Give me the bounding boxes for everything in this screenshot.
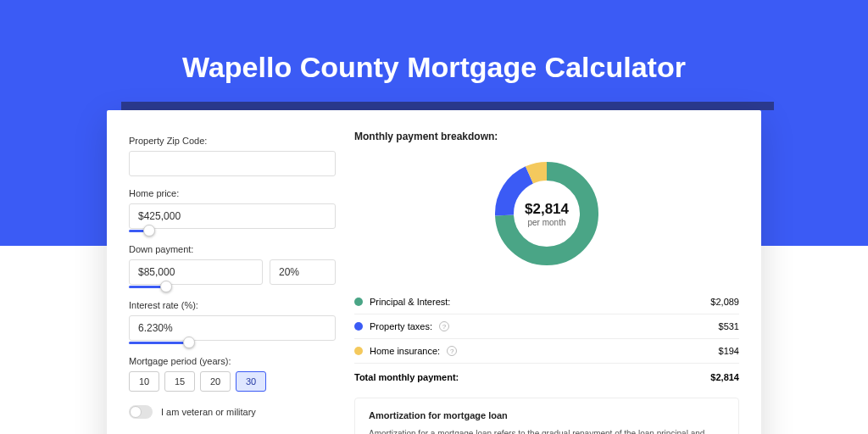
- total-value: $2,814: [710, 372, 739, 382]
- period-pill-30[interactable]: 30: [236, 371, 266, 392]
- legend-dot: [354, 298, 363, 306]
- down-payment-pct-input[interactable]: [270, 259, 336, 285]
- legend-row: Property taxes:?$531: [354, 314, 739, 338]
- legend-value: $194: [719, 346, 739, 356]
- donut-center-sub: per month: [527, 218, 565, 227]
- legend-name: Home insurance:: [370, 346, 440, 356]
- inputs-column: Property Zip Code: Home price: Down paym…: [129, 131, 336, 434]
- info-icon[interactable]: ?: [439, 321, 449, 331]
- veteran-toggle[interactable]: [129, 405, 153, 419]
- down-payment-slider[interactable]: [129, 283, 336, 288]
- down-payment-input[interactable]: [129, 259, 263, 285]
- zip-label: Property Zip Code:: [129, 136, 336, 146]
- legend: Principal & Interest:$2,089Property taxe…: [354, 290, 739, 363]
- legend-row: Principal & Interest:$2,089: [354, 290, 739, 314]
- breakdown-column: Monthly payment breakdown: $2,814 per mo…: [354, 131, 739, 434]
- interest-input[interactable]: [129, 315, 336, 341]
- donut-chart: $2,814 per month: [491, 158, 603, 270]
- hero-shadow: [121, 102, 774, 110]
- zip-input[interactable]: [129, 151, 336, 176]
- period-pills: 10152030: [129, 371, 336, 392]
- home-price-label: Home price:: [129, 188, 336, 198]
- amortization-body: Amortization for a mortgage loan refers …: [369, 427, 725, 434]
- period-pill-15[interactable]: 15: [164, 371, 195, 392]
- amortization-card: Amortization for mortgage loan Amortizat…: [354, 398, 739, 434]
- info-icon[interactable]: ?: [447, 346, 457, 356]
- period-pill-20[interactable]: 20: [200, 371, 231, 392]
- legend-dot: [354, 347, 363, 355]
- legend-value: $2,089: [710, 297, 739, 307]
- legend-name: Property taxes:: [370, 321, 432, 331]
- donut-center-value: $2,814: [525, 201, 569, 218]
- breakdown-heading: Monthly payment breakdown:: [354, 131, 739, 151]
- calculator-card: Property Zip Code: Home price: Down paym…: [107, 110, 761, 434]
- legend-dot: [354, 322, 363, 331]
- page-title: Wapello County Mortgage Calculator: [0, 51, 868, 84]
- home-price-input[interactable]: [129, 203, 336, 229]
- legend-name: Principal & Interest:: [370, 297, 450, 307]
- legend-value: $531: [719, 321, 739, 331]
- legend-row: Home insurance:?$194: [354, 338, 739, 363]
- home-price-slider[interactable]: [129, 227, 336, 232]
- amortization-heading: Amortization for mortgage loan: [369, 410, 725, 420]
- interest-slider[interactable]: [129, 339, 336, 344]
- down-payment-label: Down payment:: [129, 244, 336, 254]
- total-label: Total monthly payment:: [354, 372, 459, 382]
- interest-label: Interest rate (%):: [129, 300, 336, 310]
- period-pill-10[interactable]: 10: [129, 371, 159, 392]
- veteran-label: I am veteran or military: [161, 407, 256, 417]
- period-label: Mortgage period (years):: [129, 356, 336, 366]
